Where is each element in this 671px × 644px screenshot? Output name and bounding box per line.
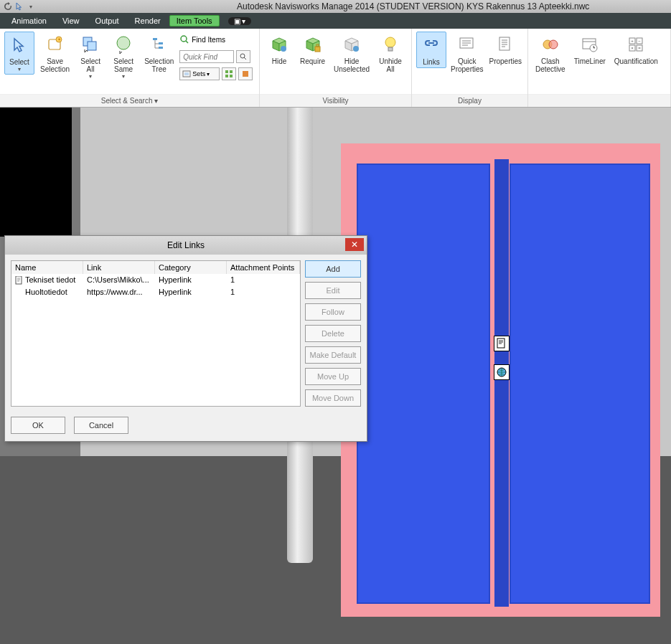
svg-rect-23 xyxy=(388,47,393,51)
select-same-label: Select Same xyxy=(113,57,133,73)
cursor-icon xyxy=(8,34,31,57)
svg-rect-4 xyxy=(88,42,96,50)
table-header: Name Link Category Attachment Points xyxy=(11,261,300,274)
select-all-icon xyxy=(79,33,102,56)
door-selected[interactable] xyxy=(341,143,660,617)
delete-button[interactable]: Delete xyxy=(305,325,361,342)
ok-button[interactable]: OK xyxy=(11,417,65,434)
lightbulb-icon xyxy=(379,33,402,56)
edit-button[interactable]: Edit xyxy=(305,282,361,299)
move-down-button[interactable]: Move Down xyxy=(305,389,361,407)
find-items-label[interactable]: Find Items xyxy=(192,36,225,44)
svg-rect-8 xyxy=(159,47,163,49)
sets-extra1-button[interactable] xyxy=(222,67,236,80)
qat-dropdown-icon[interactable]: ▾ xyxy=(26,1,36,11)
refresh-icon[interactable] xyxy=(3,1,13,11)
edit-links-dialog: Edit Links ✕ Name Link Category Attachme… xyxy=(4,235,367,442)
require-button[interactable]: Require xyxy=(297,32,328,67)
svg-point-9 xyxy=(181,36,187,42)
menu-animation[interactable]: Animation xyxy=(4,15,54,27)
menu-view[interactable]: View xyxy=(55,15,87,27)
svg-point-22 xyxy=(385,37,395,47)
svg-rect-13 xyxy=(225,70,228,73)
properties-label: Properties xyxy=(489,57,522,65)
table-row[interactable]: Huoltotiedot https://www.dr... Hyperlink… xyxy=(11,286,300,298)
unhide-all-label: Unhide All xyxy=(379,57,402,73)
menu-item-tools[interactable]: Item Tools xyxy=(169,15,220,27)
make-default-button[interactable]: Make Default xyxy=(305,346,361,364)
door-mullion xyxy=(494,159,509,607)
links-label: Links xyxy=(423,58,439,66)
row-name: Huoltotiedot xyxy=(25,288,67,296)
cursor-icon[interactable] xyxy=(14,1,24,11)
panel-display-title: Display xyxy=(412,94,527,107)
ribbon: Select ✦ Save Selection Select All Selec… xyxy=(0,29,671,108)
sets-button[interactable]: Sets ▾ xyxy=(179,67,220,80)
links-icon xyxy=(420,34,443,57)
svg-text:−: − xyxy=(639,39,642,43)
link-marker-2[interactable] xyxy=(494,364,510,380)
svg-rect-7 xyxy=(159,42,163,44)
header-category[interactable]: Category xyxy=(155,261,227,274)
door-panel-right xyxy=(510,164,650,604)
links-button[interactable]: Links xyxy=(416,32,446,68)
dark-block xyxy=(0,108,72,237)
panel-visibility-title: Visibility xyxy=(260,94,411,107)
cube-hide-icon xyxy=(268,33,291,56)
row-link: C:\Users\Mikko\... xyxy=(83,274,155,286)
selection-tree-button[interactable]: Selection Tree xyxy=(141,32,177,75)
save-selection-button[interactable]: ✦ Save Selection xyxy=(37,32,72,75)
select-label: Select xyxy=(9,58,29,66)
properties-button[interactable]: Properties xyxy=(488,32,524,67)
follow-button[interactable]: Follow xyxy=(305,303,361,321)
menu-add-tab[interactable]: ▣ ▾ xyxy=(228,17,252,25)
svg-text:=: = xyxy=(639,46,642,50)
quick-properties-button[interactable]: Quick Properties xyxy=(449,32,485,75)
link-marker-1[interactable] xyxy=(494,336,510,351)
select-all-button[interactable]: Select All xyxy=(75,32,105,81)
add-button[interactable]: Add xyxy=(305,260,361,278)
dialog-title-bar[interactable]: Edit Links ✕ xyxy=(5,236,367,255)
menu-output[interactable]: Output xyxy=(88,15,126,27)
dialog-title: Edit Links xyxy=(167,240,205,250)
panel-select-search-title: Select & Search ▾ xyxy=(0,94,259,107)
quick-find-go-button[interactable] xyxy=(236,50,250,63)
save-selection-label: Save Selection xyxy=(40,57,70,73)
svg-point-18 xyxy=(281,46,286,52)
quantification-button[interactable]: +−×= Quantification xyxy=(611,32,661,67)
move-up-button[interactable]: Move Up xyxy=(305,368,361,385)
links-table[interactable]: Name Link Category Attachment Points Tek… xyxy=(11,260,301,407)
require-label: Require xyxy=(300,57,325,65)
svg-rect-24 xyxy=(428,42,434,44)
quick-find-input[interactable] xyxy=(179,50,234,63)
clash-detective-button[interactable]: Clash Detective xyxy=(532,32,568,75)
select-same-button[interactable]: Select Same xyxy=(108,32,139,81)
select-button[interactable]: Select xyxy=(4,32,34,75)
table-row[interactable]: Tekniset tiedot C:\Users\Mikko\... Hyper… xyxy=(11,274,300,286)
svg-rect-12 xyxy=(184,72,189,75)
timeliner-button[interactable]: TimeLiner xyxy=(571,32,609,67)
menu-render[interactable]: Render xyxy=(128,15,168,27)
save-selection-icon: ✦ xyxy=(44,33,67,56)
quantification-icon: +−×= xyxy=(624,33,647,56)
panel-tools-title xyxy=(528,94,670,107)
header-link[interactable]: Link xyxy=(83,261,155,274)
selection-tree-icon xyxy=(148,33,171,56)
hide-label: Hide xyxy=(272,57,287,65)
cancel-button[interactable]: Cancel xyxy=(74,417,128,434)
dialog-close-button[interactable]: ✕ xyxy=(345,238,364,251)
unhide-all-button[interactable]: Unhide All xyxy=(375,32,405,75)
clash-icon xyxy=(539,33,562,56)
svg-point-28 xyxy=(549,40,558,49)
svg-rect-14 xyxy=(230,70,233,73)
sets-extra2-button[interactable] xyxy=(238,67,253,80)
row-link: https://www.dr... xyxy=(83,286,155,298)
header-name[interactable]: Name xyxy=(11,261,83,274)
hide-unselected-button[interactable]: Hide Unselected xyxy=(331,32,372,75)
hide-button[interactable]: Hide xyxy=(264,32,294,67)
svg-rect-15 xyxy=(225,75,228,77)
select-all-label: Select All xyxy=(80,57,100,73)
row-category: Hyperlink xyxy=(155,274,227,286)
header-attachment[interactable]: Attachment Points xyxy=(227,261,300,274)
row-name: Tekniset tiedot xyxy=(25,275,75,284)
